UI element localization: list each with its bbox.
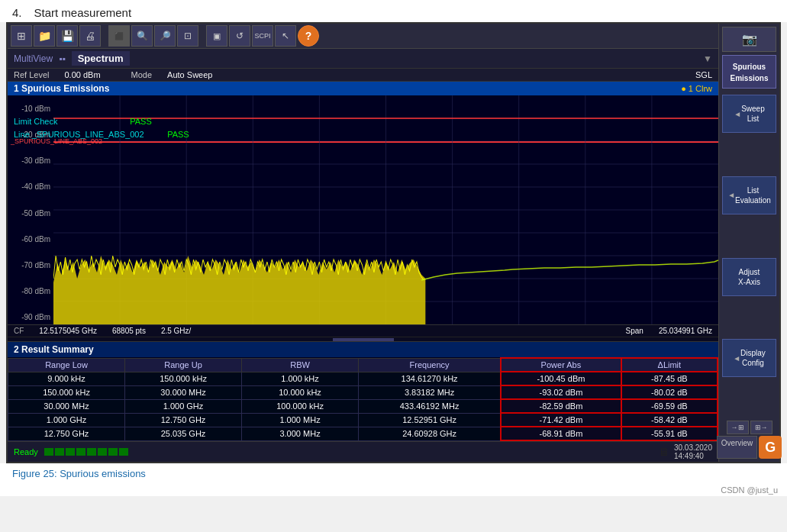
yaxis-label-3: -40 dBm xyxy=(8,182,50,191)
print-icon[interactable]: 🖨 xyxy=(79,25,101,47)
cell-range-up: 1.000 GHz xyxy=(125,399,242,413)
progress-bar xyxy=(44,448,128,456)
refresh-icon[interactable]: ↺ xyxy=(229,25,250,47)
hardcopy-icon[interactable]: ⬛ xyxy=(108,25,130,47)
span-value: 25.034991 GHz xyxy=(659,327,712,335)
scrollbar-thumb[interactable] xyxy=(333,338,394,341)
prog-seg-4 xyxy=(76,448,85,456)
prog-seg-7 xyxy=(108,448,118,456)
limit-check-row: Limit Check PASS xyxy=(14,115,189,128)
result-summary-title: 2 Result Summary xyxy=(8,342,718,357)
yaxis-label-2: -30 dBm xyxy=(8,156,50,165)
save-icon[interactable]: 💾 xyxy=(56,25,78,47)
prog-seg-3 xyxy=(66,448,75,456)
cell-power-abs: -68.91 dBm xyxy=(501,427,621,440)
adjust-x-label: Adjust X-Axis xyxy=(738,267,760,287)
reflevel-bar: Ref Level 0.00 dBm Mode Auto Sweep SGL xyxy=(8,69,718,82)
cell-range-low: 12.750 GHz xyxy=(8,427,125,440)
overview-btn[interactable]: Overview xyxy=(717,436,758,459)
prog-seg-6 xyxy=(98,448,107,456)
cell-frequency: 134.61270 kHz xyxy=(359,372,502,385)
list-eval-arrow: ◄ xyxy=(727,190,735,200)
help-icon[interactable]: ? xyxy=(298,25,319,47)
display-area: 1 Spurious Emissions ● 1 Clrw Limit Chec… xyxy=(8,82,718,341)
yaxis-label-4: -50 dBm xyxy=(8,209,50,218)
pts-value: 68805 pts xyxy=(112,327,146,335)
table-row: 150.000 kHz 30.000 MHz 10.000 kHz 3.8318… xyxy=(8,385,718,399)
cell-range-up: 150.000 kHz xyxy=(125,372,242,385)
th-range-low: Range Low xyxy=(8,358,125,372)
sidebar-spacer-3 xyxy=(719,299,779,337)
spurious-emissions-label: Spurious Emissions xyxy=(722,55,776,89)
yaxis-label-8: -90 dBm xyxy=(8,313,50,321)
list-evaluation-button[interactable]: ◄ List Evaluation xyxy=(722,176,776,214)
windows-icon[interactable]: ⊞ xyxy=(11,25,32,47)
step-number: 4. xyxy=(12,6,22,19)
reflevel-label: Ref Level xyxy=(14,70,49,79)
right-sidebar: 📷 Spurious Emissions ◄ Sweep List ◄ List… xyxy=(718,24,779,462)
toolbar: ⊞ 📁 💾 🖨 ⬛ 🔍 🔎 ⊡ ▣ ↺ SCPI ↖ ? xyxy=(8,24,718,49)
cell-rbw: 10.000 kHz xyxy=(242,385,359,399)
cell-range-up: 30.000 MHz xyxy=(125,385,242,399)
yaxis-label-5: -60 dBm xyxy=(8,235,50,243)
zoom-in-icon[interactable]: 🔍 xyxy=(131,25,153,47)
cell-range-up: 25.035 GHz xyxy=(125,427,242,440)
display-config-label: Display Config xyxy=(740,348,766,368)
display-config-arrow: ◄ xyxy=(733,353,740,363)
spectrum-tab[interactable]: Spectrum xyxy=(72,51,130,66)
cell-range-low: 150.000 kHz xyxy=(8,385,125,399)
cell-rbw: 1.000 kHz xyxy=(242,372,359,385)
sweep-list-button[interactable]: ◄ Sweep List xyxy=(722,95,776,133)
sidebar-spacer-2 xyxy=(719,218,779,255)
clrw-badge: ● 1 Clrw xyxy=(681,84,712,93)
help2-icon[interactable]: ↖ xyxy=(275,25,296,47)
prog-seg-8 xyxy=(119,448,128,456)
cell-frequency: 12.52951 GHz xyxy=(359,413,502,427)
spurious-title: 1 Spurious Emissions xyxy=(14,83,109,94)
yaxis-label-0: -10 dBm xyxy=(8,105,50,113)
camera-button[interactable]: 📷 xyxy=(722,27,776,52)
multiview-arrow[interactable]: ▼ xyxy=(703,53,712,64)
overview-arrows-row: →⊞ ⊞→ xyxy=(727,421,772,434)
yaxis-label-7: -80 dBm xyxy=(8,287,50,295)
page-header: 4. Start measurement xyxy=(0,0,787,22)
cell-rbw: 100.000 kHz xyxy=(242,399,359,413)
th-power-abs: Power Abs xyxy=(501,358,621,372)
page-title: Start measurement xyxy=(34,6,132,19)
sep1 xyxy=(102,25,107,47)
arrow-left-btn[interactable]: →⊞ xyxy=(727,421,749,434)
date-time: 30.03.202014:49:40 xyxy=(674,443,712,460)
prog-seg-2 xyxy=(55,448,64,456)
cell-delta-limit: -80.02 dB xyxy=(621,385,718,399)
scrollbar-area[interactable] xyxy=(8,337,718,341)
sidebar-spacer-4 xyxy=(719,380,779,418)
display-icon[interactable]: ▣ xyxy=(206,25,227,47)
th-delta-limit: ΔLimit xyxy=(621,358,718,372)
zoom-fit-icon[interactable]: ⊡ xyxy=(177,25,198,47)
folder-icon[interactable]: 📁 xyxy=(34,25,55,47)
limit-info: Limit Check PASS Line _SPURIOUS_LINE_ABS… xyxy=(14,115,189,140)
cell-delta-limit: -87.45 dB xyxy=(621,372,718,385)
cell-range-low: 1.000 GHz xyxy=(8,413,125,427)
page-footer: CSDN @just_u xyxy=(0,484,787,496)
spurious-emissions-text: Spurious Emissions xyxy=(730,63,768,82)
cell-delta-limit: -69.59 dB xyxy=(621,399,718,413)
arrow-right-btn[interactable]: ⊞→ xyxy=(750,421,772,434)
multiview-label: MultiView xyxy=(14,53,53,64)
sweep-list-arrow: ◄ xyxy=(734,109,741,119)
chart-statusbar: CF 12.5175045 GHz 68805 pts 2.5 GHz/ Spa… xyxy=(8,324,718,337)
table-row: 1.000 GHz 12.750 GHz 1.000 MHz 12.52951 … xyxy=(8,413,718,427)
cell-frequency: 3.83182 MHz xyxy=(359,385,502,399)
scpi-icon[interactable]: SCPI xyxy=(252,25,273,47)
cell-range-up: 12.750 GHz xyxy=(125,413,242,427)
th-rbw: RBW xyxy=(242,358,359,372)
g-icon[interactable]: G xyxy=(759,436,782,459)
display-config-button[interactable]: ◄ Display Config xyxy=(722,339,776,377)
span-label: Span xyxy=(626,327,643,335)
adjust-x-axis-button[interactable]: Adjust X-Axis xyxy=(722,258,776,296)
bottom-status: Ready 🖥 30.03.202014:49:40 xyxy=(8,441,718,462)
span-per-div: 2.5 GHz/ xyxy=(161,327,191,335)
zoom-out-icon[interactable]: 🔎 xyxy=(154,25,176,47)
overview-bottom-row: Overview G xyxy=(717,436,782,459)
sep2 xyxy=(200,25,205,47)
